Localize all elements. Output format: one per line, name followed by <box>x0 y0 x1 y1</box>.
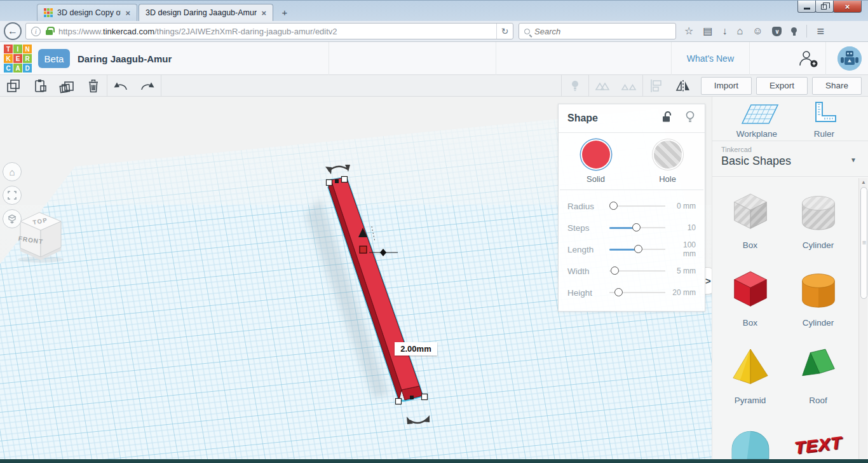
flip-button[interactable] <box>670 75 696 97</box>
shape-tile-box[interactable]: Box <box>716 263 784 341</box>
navbar-separator <box>806 25 807 38</box>
ruler-label: Ruler <box>814 129 834 139</box>
redo-button[interactable] <box>134 75 161 97</box>
slider-value: 10 <box>669 223 696 232</box>
slider-value: 0 mm <box>669 202 696 211</box>
sidebar-scrollbar[interactable]: ▲ <box>858 178 867 463</box>
tab-title: 3D design Copy of bubble ... <box>57 8 121 17</box>
design-title[interactable]: Daring Jaagub-Amur <box>78 42 172 75</box>
height-slider[interactable] <box>609 292 665 293</box>
tab-copy-of-bubble[interactable]: 3D design Copy of bubble ... × <box>37 4 137 21</box>
tab-close-icon[interactable]: × <box>261 9 266 17</box>
tips-lightbulb-icon[interactable] <box>684 110 696 127</box>
tab-daring-jaagub-amur[interactable]: 3D design Daring Jaagub-Amur... × <box>139 4 273 21</box>
solid-swatch[interactable]: Solid <box>582 141 610 184</box>
downloads-icon[interactable]: ↓ <box>722 26 727 36</box>
slider-knob[interactable] <box>609 202 618 210</box>
dimension-value-label[interactable]: 2.00mm <box>395 342 437 356</box>
perspective-toggle-button[interactable] <box>3 209 22 228</box>
editor-toolbar: Import Export Share <box>0 75 868 97</box>
search-bar[interactable] <box>519 23 676 39</box>
shape-tile-roof[interactable]: Roof <box>784 341 852 418</box>
bookmarks-panel-icon[interactable]: ▤ <box>703 26 712 36</box>
search-input[interactable] <box>534 27 670 36</box>
length-slider[interactable] <box>609 249 665 250</box>
export-button[interactable]: Export <box>756 77 808 95</box>
page-info-icon[interactable]: i <box>31 27 41 36</box>
unlock-icon[interactable] <box>661 111 673 126</box>
taskbar-edge <box>0 459 868 463</box>
paste-button[interactable] <box>27 75 53 97</box>
user-avatar[interactable] <box>837 46 862 71</box>
ruler-tool[interactable]: Ruler <box>786 100 862 139</box>
scrollbar-thumb[interactable] <box>860 187 867 299</box>
scale-handle[interactable] <box>360 246 367 253</box>
beacon-icon[interactable] <box>791 27 797 33</box>
tab-strip: 3D design Copy of bubble ... × 3D design… <box>37 3 292 21</box>
mirror-flip-icon <box>675 78 691 93</box>
home-view-button[interactable]: ⌂ <box>3 162 22 181</box>
whats-new-link[interactable]: What's New <box>671 42 750 75</box>
shape-tile-round-roof[interactable] <box>716 418 784 463</box>
slider-knob[interactable] <box>611 266 619 275</box>
url-bar[interactable]: i https://www.tinkercad.com/things/2JAIW… <box>25 23 513 39</box>
width-slider-row: Width 5 mm <box>567 260 696 282</box>
scroll-up-icon[interactable]: ▲ <box>859 179 868 185</box>
delete-button[interactable] <box>80 75 107 97</box>
tinkercad-logo[interactable]: TIN KER CAD <box>4 45 32 73</box>
back-button[interactable]: ← <box>4 22 22 40</box>
radius-slider[interactable] <box>609 205 665 207</box>
shape-tile-hole-cylinder[interactable]: Cylinder <box>784 186 852 263</box>
slider-knob[interactable] <box>614 288 623 296</box>
height-slider-row: Height 20 mm <box>567 282 696 303</box>
show-all-button[interactable] <box>562 75 588 97</box>
shape-tile-text[interactable]: TEXT <box>784 418 852 463</box>
hole-swatch[interactable]: Hole <box>654 141 682 184</box>
minimize-button[interactable] <box>797 1 816 13</box>
tab-close-icon[interactable]: × <box>125 9 130 17</box>
ungroup-button[interactable] <box>616 75 642 97</box>
pocket-icon[interactable]: ∨ <box>772 27 782 36</box>
ungroup-icon <box>621 79 637 93</box>
shape-library-selector[interactable]: Tinkercad Basic Shapes ▼ <box>712 141 868 177</box>
text-shape-icon: TEXT <box>793 432 843 458</box>
width-slider[interactable] <box>609 270 665 272</box>
slider-knob[interactable] <box>632 223 641 232</box>
hello-chat-icon[interactable]: ☺ <box>752 26 763 36</box>
menu-icon[interactable]: ≡ <box>817 25 824 38</box>
copy-button[interactable] <box>0 75 27 97</box>
library-dropdown-icon[interactable]: ▼ <box>850 156 857 163</box>
fit-view-button[interactable] <box>3 186 22 205</box>
align-button[interactable] <box>643 75 670 97</box>
shape-tile-hole-box[interactable]: Box <box>716 186 784 263</box>
person-add-icon <box>798 49 818 68</box>
roof-icon <box>794 343 843 392</box>
reload-button[interactable]: ↻ <box>496 24 513 39</box>
paste-icon <box>32 78 48 93</box>
shape-inspector-panel: Shape Solid Hole <box>558 104 705 312</box>
bookmark-star-icon[interactable]: ☆ <box>684 26 693 36</box>
shape-tile-cylinder[interactable]: Cylinder <box>784 263 852 341</box>
shape-label: Roof <box>809 396 827 405</box>
url-text[interactable]: https://www.tinkercad.com/things/2JAIWEz… <box>58 27 496 36</box>
steps-slider[interactable] <box>609 227 665 228</box>
shape-label: Box <box>743 240 757 250</box>
duplicate-button[interactable] <box>53 75 80 97</box>
new-tab-button[interactable]: + <box>277 6 292 20</box>
home-icon[interactable]: ⌂ <box>736 26 743 36</box>
workplane-tool[interactable]: Workplane <box>719 100 795 139</box>
invite-user-button[interactable] <box>790 42 826 75</box>
group-button[interactable] <box>589 75 616 97</box>
restore-button[interactable] <box>815 1 834 13</box>
undo-button[interactable] <box>107 75 134 97</box>
beta-badge[interactable]: Beta <box>38 49 70 68</box>
slider-value: 100 mm <box>669 240 696 258</box>
hole-pattern-circle[interactable] <box>654 141 682 169</box>
share-button[interactable]: Share <box>812 77 862 95</box>
close-window-button[interactable]: × <box>833 1 862 13</box>
import-button[interactable]: Import <box>701 77 752 95</box>
shape-tile-pyramid[interactable]: Pyramid <box>716 341 784 418</box>
shapes-sidebar: Workplane Ruler Tinkercad Basic Shapes ▼ <box>712 97 868 463</box>
solid-color-circle[interactable] <box>582 141 610 169</box>
slider-knob[interactable] <box>634 245 642 253</box>
